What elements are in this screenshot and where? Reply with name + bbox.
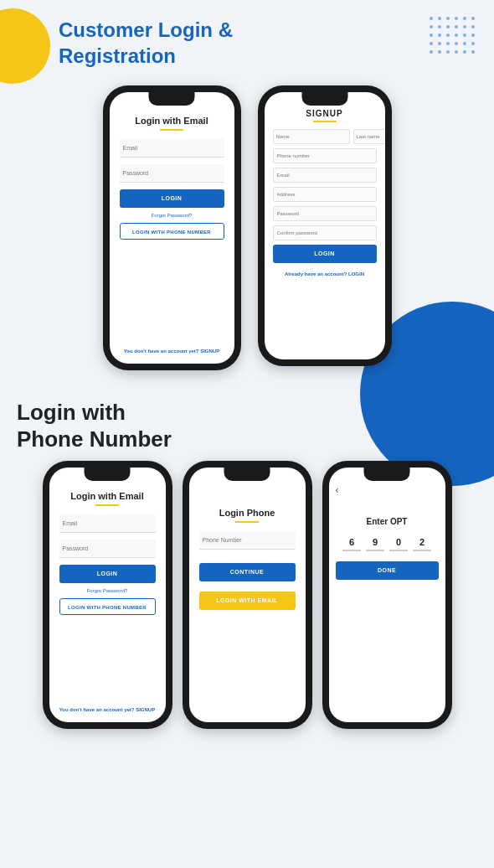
otp-digit-3[interactable]: 0 — [389, 533, 408, 551]
signup-link-1: You don't have an account yet? SIGNUP — [124, 349, 219, 354]
email-login-button[interactable]: LOGIN WITH EMAIL — [199, 592, 296, 610]
login-phone-title: Login Phone — [219, 508, 275, 518]
email-input-signup[interactable] — [273, 168, 377, 183]
forgot-password-3[interactable]: Forgot Password? — [87, 588, 128, 593]
signup-underline — [313, 121, 337, 122]
continue-button[interactable]: CONTINUE — [199, 563, 296, 581]
otp-screen: ‹ Enter OPT 6 9 0 2 DONE — [329, 468, 445, 722]
phone-number-input[interactable] — [199, 531, 296, 550]
name-row — [273, 129, 377, 144]
phone-notch-4 — [224, 468, 270, 481]
email-input-3[interactable] — [59, 514, 156, 533]
title-underline-4 — [235, 521, 259, 523]
otp-boxes: 6 9 0 2 — [342, 533, 431, 551]
back-arrow[interactable]: ‹ — [336, 484, 339, 496]
lastname-input[interactable] — [353, 129, 385, 144]
otp-digit-1[interactable]: 6 — [342, 533, 361, 551]
signup-title: SIGNUP — [306, 109, 342, 118]
otp-digit-4[interactable]: 2 — [413, 533, 431, 551]
login-button-3[interactable]: LOGIN — [59, 565, 156, 583]
address-input[interactable] — [273, 187, 377, 202]
login-button-1[interactable]: LOGIN — [120, 189, 224, 208]
password-input-signup[interactable] — [273, 206, 377, 221]
login-email-screen: Login with Email LOGIN Forgot Password? … — [110, 92, 234, 364]
phone-login-button-1[interactable]: LOGIN WITH PHONE NUMBER — [120, 223, 224, 240]
name-input[interactable] — [273, 129, 350, 144]
login-email-screen-2: Login with Email LOGIN Forgot Password? … — [49, 468, 166, 722]
title-underline-3 — [95, 504, 119, 506]
done-button[interactable]: DONE — [336, 561, 439, 580]
section-2-title: Login with Phone Number — [0, 387, 494, 460]
already-account-link: Already have an account? LOGIN — [285, 271, 364, 276]
login-button-signup[interactable]: LOGIN — [273, 245, 377, 263]
phone-notch-2 — [301, 92, 347, 106]
login-email-title-2: Login with Email — [70, 491, 143, 501]
phone-login-phone: Login Phone CONTINUE LOGIN WITH EMAIL — [183, 461, 312, 729]
phone-notch-3 — [85, 468, 131, 481]
login-email-title: Login with Email — [135, 116, 208, 126]
phone-login-button-3[interactable]: LOGIN WITH PHONE NUMBER — [59, 598, 156, 615]
confirm-password-input[interactable] — [273, 225, 377, 240]
phone-otp: ‹ Enter OPT 6 9 0 2 DONE — [322, 461, 452, 729]
signup-link-3: You don't have an account yet? SIGNUP — [59, 707, 155, 712]
otp-digit-2[interactable]: 9 — [366, 533, 384, 551]
phone-login-email: Login with Email LOGIN Forgot Password? … — [103, 85, 241, 370]
phone-signup: SIGNUP LOGIN Already have an account? LO… — [258, 85, 392, 366]
phone-login-email-2: Login with Email LOGIN Forgot Password? … — [43, 461, 172, 729]
phone-input-signup[interactable] — [273, 148, 377, 163]
password-input-3[interactable] — [59, 540, 156, 558]
otp-title: Enter OPT — [367, 517, 408, 526]
header-section: Customer Login & Registration — [0, 0, 494, 77]
email-input-1[interactable] — [120, 139, 224, 158]
title-underline-1 — [160, 129, 183, 131]
signup-screen: SIGNUP LOGIN Already have an account? LO… — [265, 92, 385, 359]
phones-row-bottom: Login with Email LOGIN Forgot Password? … — [0, 461, 494, 746]
phone-notch-1 — [149, 92, 195, 106]
login-phone-screen: Login Phone CONTINUE LOGIN WITH EMAIL — [189, 468, 306, 722]
forgot-password-1[interactable]: Forgot Password? — [152, 213, 193, 218]
password-input-1[interactable] — [120, 164, 224, 183]
phone-notch-5 — [364, 468, 410, 481]
phones-row-top: Login with Email LOGIN Forgot Password? … — [0, 77, 494, 387]
section-2-title-text: Login with Phone Number — [17, 400, 477, 452]
page-title: Customer Login & Registration — [59, 17, 477, 69]
